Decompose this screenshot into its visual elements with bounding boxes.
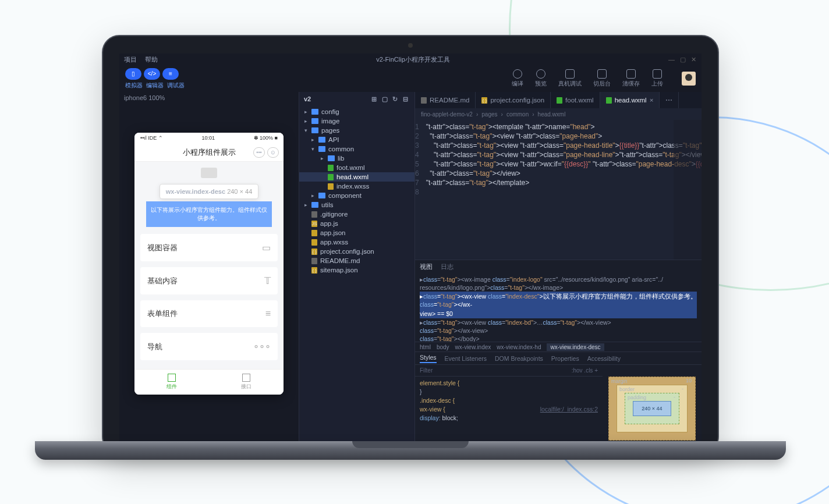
file-item[interactable]: .gitignore: [299, 210, 414, 219]
folder-item[interactable]: ▸image: [299, 116, 414, 126]
styles-tab[interactable]: Styles: [420, 354, 437, 363]
folder-item[interactable]: ▾pages: [299, 126, 414, 135]
maximize-icon[interactable]: ▢: [679, 56, 686, 63]
styles-tab[interactable]: Accessibility: [587, 355, 621, 362]
file-item[interactable]: app.wxss: [299, 237, 414, 247]
background-button[interactable]: 切后台: [593, 69, 611, 88]
phone-tabbar: 组件 接口: [134, 369, 284, 395]
folder-item[interactable]: ▸API: [299, 135, 414, 144]
list-item[interactable]: 视图容器▭: [140, 234, 278, 261]
refresh-icon[interactable]: ↻: [392, 95, 399, 102]
logo-placeholder: [201, 168, 217, 178]
new-folder-icon[interactable]: ▢: [382, 95, 389, 102]
preview-button[interactable]: 预览: [535, 69, 547, 88]
new-file-icon[interactable]: ⊞: [371, 95, 378, 102]
file-icon: { }: [311, 249, 317, 255]
dom-crumb[interactable]: wx-view.index-desc: [547, 343, 604, 351]
editor-toggle[interactable]: </>: [144, 68, 160, 80]
laptop-frame: 项目 帮助 v2-FinClip小程序开发工具 — ▢ ✕ ▯ </> ≡ 模拟…: [102, 35, 719, 454]
file-icon: [328, 165, 334, 171]
styles-toggles[interactable]: :hov .cls +: [572, 367, 598, 374]
code-editor[interactable]: 12345678 "t-attr">class="t-tag"><templat…: [415, 120, 702, 260]
file-item[interactable]: head.wxml: [299, 172, 414, 182]
upload-button[interactable]: 上传: [651, 69, 663, 88]
debugger-toggle[interactable]: ≡: [162, 68, 179, 80]
breadcrumb-item[interactable]: head.wxml: [538, 111, 566, 118]
remote-debug-button[interactable]: 真机调试: [558, 69, 582, 88]
phone-preview: ••ıl IDE ⌃ 10:01 ✽ 100% ■ 小程序组件展示 ••• ⊙: [134, 133, 284, 395]
file-item[interactable]: foot.wxml: [299, 163, 414, 172]
list-item[interactable]: 导航∘∘∘: [140, 333, 278, 360]
signal-icon: ••ıl IDE ⌃: [140, 135, 163, 141]
more-icon[interactable]: •••: [253, 147, 265, 158]
grid-icon: [168, 374, 176, 382]
folder-item[interactable]: ▾common: [299, 144, 414, 154]
dom-tree[interactable]: ▸class="t-tag"><wx-image class="index-lo…: [415, 273, 702, 342]
simulator-toggle[interactable]: ▯: [125, 68, 141, 80]
window-title: v2-FinClip小程序开发工具: [376, 55, 450, 64]
editor-tab[interactable]: head.wxml×: [600, 92, 660, 108]
highlighted-element: 以下将展示小程序官方组件能力。组件样式仅供参考。: [146, 201, 272, 227]
list-item[interactable]: 基础内容𝕋: [140, 267, 278, 294]
project-root[interactable]: v2: [304, 95, 311, 102]
devtools-tab-elements[interactable]: 视图: [420, 262, 433, 271]
close-capsule-icon[interactable]: ⊙: [267, 147, 279, 158]
inspect-tooltip: wx-view.index-desc 240 × 44: [160, 184, 259, 199]
text-icon: 𝕋: [264, 275, 271, 286]
styles-tab[interactable]: Properties: [551, 355, 579, 362]
file-item[interactable]: README.md: [299, 256, 414, 265]
dom-crumb[interactable]: body: [437, 344, 449, 350]
form-icon: ≡: [265, 308, 271, 319]
clear-cache-button[interactable]: 清缓存: [622, 69, 640, 88]
breadcrumb-item[interactable]: pages: [481, 111, 497, 118]
dom-breadcrumbs[interactable]: htmlbodywx-view.indexwx-view.index-hdwx-…: [415, 342, 702, 352]
menu-help[interactable]: 帮助: [145, 55, 158, 64]
api-icon: [242, 374, 250, 382]
file-item[interactable]: { }sitemap.json: [299, 265, 414, 275]
file-explorer: v2 ⊞ ▢ ↻ ⊟ ▸config▸image▾pages▸API▾commo…: [299, 92, 415, 452]
battery-icon: ✽ 100% ■: [254, 135, 278, 141]
close-icon[interactable]: ✕: [690, 56, 697, 63]
dom-crumb[interactable]: html: [420, 344, 431, 350]
camera-icon: [408, 43, 413, 48]
folder-item[interactable]: ▸utils: [299, 200, 414, 210]
close-tab-icon[interactable]: ×: [650, 97, 654, 104]
simulator-header[interactable]: iphone6 100%: [119, 92, 299, 104]
file-item[interactable]: { }project.config.json: [299, 247, 414, 256]
menubar: 项目 帮助 v2-FinClip小程序开发工具 — ▢ ✕: [119, 54, 702, 65]
file-icon: [311, 230, 317, 236]
minimap[interactable]: [674, 120, 702, 260]
editor-tab[interactable]: README.md: [415, 92, 476, 108]
file-item[interactable]: app.json: [299, 228, 414, 237]
folder-item[interactable]: ▸config: [299, 107, 414, 116]
breadcrumb-item[interactable]: fino-applet-demo-v2: [421, 111, 473, 118]
more-tabs-icon[interactable]: ⋯: [660, 92, 679, 108]
tab-api[interactable]: 接口: [209, 370, 284, 395]
minimize-icon[interactable]: —: [668, 56, 675, 63]
styles-tab[interactable]: Event Listeners: [445, 355, 487, 362]
dom-crumb[interactable]: wx-view.index-hd: [497, 344, 541, 350]
folder-item[interactable]: ▸lib: [299, 154, 414, 163]
styles-tab[interactable]: DOM Breakpoints: [495, 355, 543, 362]
styles-filter[interactable]: Filter: [420, 367, 433, 374]
file-icon: [606, 97, 612, 104]
tab-components[interactable]: 组件: [134, 370, 209, 395]
laptop-notch: [352, 441, 469, 448]
compile-button[interactable]: 编译: [512, 69, 523, 88]
collapse-icon[interactable]: ⊟: [403, 95, 410, 102]
file-icon: [557, 97, 562, 104]
dom-crumb[interactable]: wx-view.index: [455, 344, 491, 350]
css-rules[interactable]: element.style {}.index-desc {</span></di…: [415, 377, 603, 452]
breadcrumb-item[interactable]: common: [506, 111, 529, 118]
menu-project[interactable]: 项目: [124, 55, 137, 64]
folder-item[interactable]: ▸component: [299, 191, 414, 200]
editor-tab[interactable]: { }project.config.json: [476, 92, 551, 108]
file-icon: [311, 211, 317, 218]
editor-tab[interactable]: foot.wxml: [551, 92, 600, 108]
folder-icon: [311, 127, 318, 133]
list-item[interactable]: 表单组件≡: [140, 300, 278, 327]
file-item[interactable]: JSapp.js: [299, 219, 414, 228]
avatar[interactable]: [682, 72, 696, 86]
file-item[interactable]: index.wxss: [299, 182, 414, 191]
devtools-tab-console[interactable]: 日志: [441, 262, 454, 271]
